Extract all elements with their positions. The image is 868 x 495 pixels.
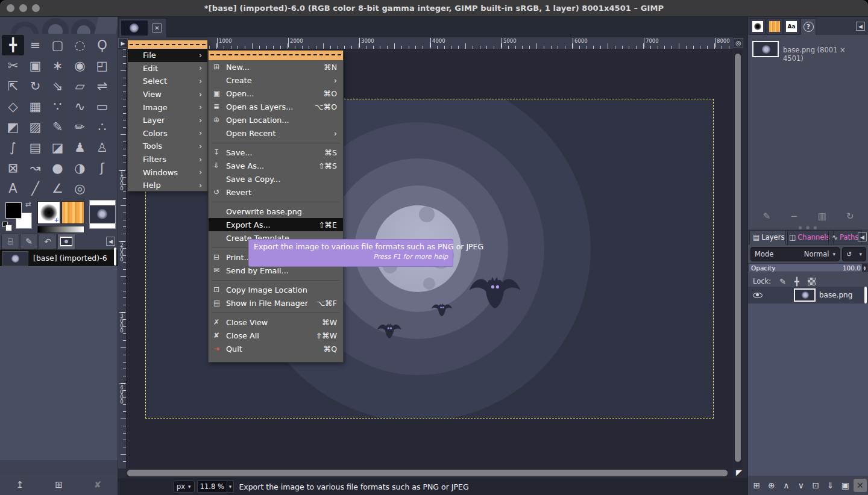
edit-button[interactable]: ✎ bbox=[763, 211, 771, 222]
menu-item-filters[interactable]: Filters› bbox=[128, 153, 207, 166]
tool-rectangle-select[interactable]: ▢ bbox=[46, 35, 69, 55]
delete-layer-button[interactable]: ✕ bbox=[854, 479, 867, 492]
menu-tearoff[interactable] bbox=[209, 51, 343, 60]
dock-collapse-icon[interactable]: ◀ bbox=[106, 237, 115, 246]
lock-alpha-icon[interactable] bbox=[808, 278, 816, 285]
file-menu-item-overwrite[interactable]: Overwrite base.png bbox=[209, 205, 343, 218]
tool-blur-sharpen[interactable]: ● bbox=[46, 158, 69, 178]
swap-colors-icon[interactable]: ⇄ bbox=[25, 200, 31, 208]
tool-text[interactable]: A bbox=[2, 178, 24, 199]
duplicate-layer-button[interactable]: ⊡ bbox=[809, 479, 822, 492]
tab-channels[interactable]: ◫ Channels bbox=[785, 230, 834, 244]
tool-dodge-burn[interactable]: ◑ bbox=[69, 158, 91, 178]
horizontal-ruler[interactable]: 10002000300040005000600070008000 bbox=[128, 37, 733, 49]
tool-crop[interactable]: ◰ bbox=[91, 55, 113, 76]
tool-move[interactable]: ╋ bbox=[2, 35, 24, 55]
tool-pencil[interactable]: ✏ bbox=[69, 117, 91, 137]
foreground-color-swatch[interactable] bbox=[5, 202, 22, 219]
refresh-button[interactable]: ↻ bbox=[846, 211, 854, 222]
tool-alignment[interactable]: ≡ bbox=[24, 35, 46, 55]
file-menu-item-save[interactable]: ↧Save...⌘S bbox=[209, 146, 343, 159]
tool-handle-transform[interactable]: ∵ bbox=[46, 96, 69, 117]
dock-collapse-icon[interactable]: ◀ bbox=[858, 232, 867, 241]
menu-item-file[interactable]: File› bbox=[128, 49, 207, 62]
tool-color-picker[interactable]: ╱ bbox=[24, 178, 46, 199]
lower-layer-button[interactable]: ∨ bbox=[794, 479, 808, 492]
file-menu-item-copy-image-location[interactable]: ⊡Copy Image Location bbox=[209, 283, 343, 296]
file-menu-item-new[interactable]: ⊞New...⌘N bbox=[209, 60, 343, 73]
active-image-preview[interactable] bbox=[89, 200, 116, 229]
menu-item-help[interactable]: Help› bbox=[128, 179, 207, 192]
images-scrollbar[interactable] bbox=[114, 248, 116, 266]
tool-scissors-select[interactable]: ✂ bbox=[2, 55, 24, 76]
file-menu-item-close-view[interactable]: ✗Close View⌘W bbox=[209, 316, 343, 329]
tab-patterns[interactable] bbox=[767, 18, 782, 35]
menu-item-select[interactable]: Select› bbox=[128, 75, 207, 88]
file-menu-item-create[interactable]: Create› bbox=[209, 73, 343, 87]
tool-select-by-color[interactable]: ◉ bbox=[69, 55, 91, 76]
file-menu-item-save-a-copy[interactable]: Save a Copy... bbox=[209, 172, 343, 185]
canvas-menu-button[interactable]: ▶ bbox=[118, 38, 128, 48]
visibility-eye-icon[interactable] bbox=[753, 293, 763, 298]
tab-paths[interactable]: ∿ Paths bbox=[828, 230, 862, 244]
active-pattern-preview[interactable] bbox=[61, 201, 84, 224]
opacity-spinner[interactable]: ▲▼ bbox=[862, 264, 867, 272]
zoom-input[interactable]: 11.8 % bbox=[197, 481, 227, 493]
tool-3d-transform[interactable]: ▦ bbox=[24, 96, 46, 117]
menu-item-tools[interactable]: Tools› bbox=[128, 140, 207, 153]
tab-images[interactable] bbox=[57, 234, 75, 249]
images-list-selected-row[interactable]: [base] (imported)-6 bbox=[0, 249, 118, 266]
tool-paths[interactable]: ʃ bbox=[91, 158, 113, 178]
raise-layer-button[interactable]: ∧ bbox=[779, 479, 793, 492]
tool-rotate[interactable]: ↻ bbox=[24, 76, 46, 96]
tool-paintbrush[interactable]: ✎ bbox=[46, 117, 69, 137]
tool-unified-transform[interactable]: ⇱ bbox=[2, 76, 24, 96]
layers-list-empty[interactable] bbox=[748, 304, 868, 476]
dock-collapse-icon[interactable]: ◀ bbox=[856, 22, 865, 31]
tab-undo-history[interactable]: ↶ bbox=[39, 234, 57, 249]
tool-ellipse-select[interactable]: ◌ bbox=[69, 35, 91, 55]
tool-flip[interactable]: ⇌ bbox=[91, 76, 113, 96]
menu-item-colors[interactable]: Colors› bbox=[128, 127, 207, 140]
layer-row[interactable]: base.png bbox=[748, 287, 868, 304]
file-menu-item-export-as[interactable]: Export As...⇧⌘E bbox=[209, 218, 343, 231]
layer-mode-dropdown[interactable]: Mode Normal ▾ bbox=[750, 247, 840, 261]
delete-image-button[interactable]: ✘ bbox=[90, 478, 105, 492]
zoom-window-button[interactable] bbox=[32, 4, 40, 12]
mode-options-button[interactable]: ↺ ▾ bbox=[842, 247, 866, 261]
navigation-preview-button[interactable]: ◤ bbox=[734, 468, 744, 478]
new-layer-group-button[interactable]: ⊕ bbox=[765, 479, 778, 492]
file-menu-item-revert[interactable]: ↺Revert bbox=[209, 185, 343, 199]
images-list[interactable] bbox=[0, 266, 118, 460]
tool-eraser[interactable]: ◪ bbox=[46, 137, 69, 158]
file-menu-item-open-recent[interactable]: Open Recent› bbox=[209, 126, 343, 140]
tool-fuzzy-select[interactable]: ∗ bbox=[46, 55, 69, 76]
tab-layers[interactable]: ▤ Layers bbox=[749, 230, 788, 244]
delete-button[interactable]: ▥ bbox=[818, 211, 826, 222]
zoom-follow-window-button[interactable]: ◎ bbox=[734, 38, 743, 48]
close-window-button[interactable] bbox=[7, 4, 14, 12]
file-menu-item-open[interactable]: ▣Open...⌘O bbox=[209, 87, 343, 100]
menu-item-layer[interactable]: Layer› bbox=[128, 114, 207, 127]
tool-airbrush[interactable]: ∴ bbox=[91, 117, 113, 137]
lock-position-icon[interactable]: ╋ bbox=[794, 277, 799, 286]
file-menu-item-show-in-file-manager[interactable]: ▤Show in File Manager⌥⌘F bbox=[209, 296, 343, 310]
tab-tool-options[interactable]: ✎ bbox=[20, 234, 38, 249]
file-menu-item-open-location[interactable]: ⊕Open Location... bbox=[209, 113, 343, 126]
tool-foreground-select[interactable]: ▣ bbox=[24, 55, 46, 76]
tool-clone[interactable]: ♟ bbox=[69, 137, 91, 158]
vertical-ruler[interactable]: 1000200030004000 bbox=[118, 49, 127, 469]
horizontal-scrollbar[interactable] bbox=[127, 469, 733, 478]
minimize-window-button[interactable] bbox=[19, 4, 27, 12]
tool-shear[interactable]: ▱ bbox=[69, 76, 91, 96]
tool-heal[interactable]: ⊠ bbox=[2, 158, 24, 178]
add-layer-mask-button[interactable]: ▣ bbox=[838, 479, 852, 492]
menu-item-windows[interactable]: Windows› bbox=[128, 166, 207, 179]
zoom-dropdown[interactable]: ▾ bbox=[227, 481, 234, 493]
active-brush-preview[interactable]: + bbox=[37, 201, 60, 224]
close-tab-icon[interactable]: ✕ bbox=[153, 23, 162, 33]
opacity-slider[interactable]: Opacity 100.0 ▲▼ bbox=[749, 263, 868, 272]
menu-item-view[interactable]: View› bbox=[128, 88, 207, 101]
tool-free-select[interactable]: Ϙ bbox=[91, 35, 113, 55]
menu-item-image[interactable]: Image› bbox=[128, 101, 207, 114]
